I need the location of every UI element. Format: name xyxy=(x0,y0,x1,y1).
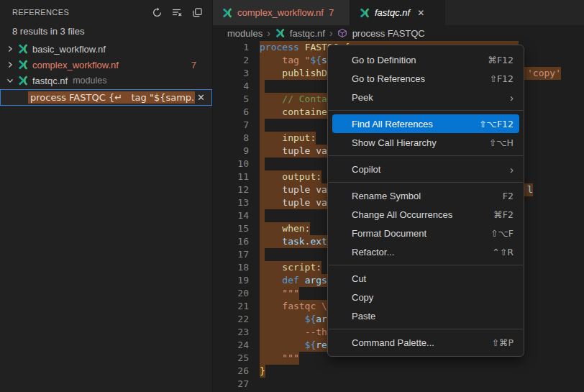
dismiss-reference-icon[interactable]: ✕ xyxy=(197,92,205,103)
vscode-window: REFERENCES 8 results in 3 files basic_wo… xyxy=(0,0,584,392)
menu-item-label: Command Palette... xyxy=(352,337,434,348)
line-text: script: xyxy=(260,261,321,274)
line-number: 20 xyxy=(213,287,260,300)
file-row-basic-workflow-nf[interactable]: basic_workflow.nf xyxy=(0,41,212,57)
line-number: 1 xyxy=(213,41,260,54)
chevron-down-icon[interactable] xyxy=(4,75,16,86)
nextflow-file-icon xyxy=(222,7,233,19)
line-number: 11 xyxy=(213,170,260,183)
close-tab-icon[interactable]: ✕ xyxy=(417,8,424,18)
menu-item-command-palette[interactable]: Command Palette...⇧⌘P xyxy=(332,333,519,352)
line-number: 2 xyxy=(213,54,260,67)
clear-all-icon[interactable] xyxy=(169,4,185,20)
line-number: 15 xyxy=(213,222,260,235)
menu-item-shortcut: ⌃⇧R xyxy=(492,247,514,257)
editor-group: complex_workflow.nf 7 fastqc.nf ✕ module… xyxy=(213,0,584,392)
menu-item-label: Peek xyxy=(352,92,373,103)
references-panel-header: REFERENCES xyxy=(0,0,212,24)
menu-item-label: Cut xyxy=(352,273,366,284)
submenu-chevron-icon: › xyxy=(510,164,514,175)
line-text: input: xyxy=(260,132,316,145)
menu-item-go-to-definition[interactable]: Go to Definition⌘F12 xyxy=(332,50,519,69)
breadcrumb-item-file[interactable]: fastqc.nf xyxy=(290,28,325,39)
line-number: 19 xyxy=(213,274,260,287)
nextflow-file-icon xyxy=(17,75,29,86)
line-number: 7 xyxy=(213,119,260,132)
chevron-right-icon[interactable] xyxy=(4,59,16,70)
menu-item-format-document[interactable]: Format Document⇧⌥F xyxy=(332,224,519,242)
menu-item-shortcut: ⇧⌥F xyxy=(491,228,514,239)
tab-complex-workflow[interactable]: complex_workflow.nf 7 xyxy=(213,0,350,25)
menu-item-change-all-occurrences[interactable]: Change All Occurrences⌘F2 xyxy=(332,205,519,224)
tab-bar: complex_workflow.nf 7 fastqc.nf ✕ xyxy=(213,0,584,25)
menu-item-cut[interactable]: Cut xyxy=(332,269,519,288)
results-summary: 8 results in 3 files xyxy=(0,24,212,41)
line-text: """ xyxy=(260,352,299,365)
menu-item-paste[interactable]: Paste xyxy=(332,306,519,325)
file-row-complex-workflow-nf[interactable]: complex_workflow.nf7 xyxy=(0,57,212,73)
line-text: """ xyxy=(260,287,299,300)
code-line-26[interactable]: 26} xyxy=(213,365,584,378)
tab-fastqc[interactable]: fastqc.nf ✕ xyxy=(350,0,445,25)
menu-item-label: Copilot xyxy=(352,164,380,175)
menu-separator xyxy=(329,155,523,156)
breadcrumb-separator: › xyxy=(329,27,333,39)
file-name-label: fastqc.nf xyxy=(32,76,68,86)
line-number: 8 xyxy=(213,132,260,145)
line-number: 6 xyxy=(213,106,260,119)
menu-item-rename-symbol[interactable]: Rename SymbolF2 xyxy=(332,186,519,205)
menu-item-show-call-hierarchy[interactable]: Show Call Hierarchy⇧⌥H xyxy=(332,133,519,152)
line-number: 27 xyxy=(213,378,260,391)
menu-item-find-all-references[interactable]: Find All References⇧⌥F12 xyxy=(332,114,519,133)
menu-item-label: Show Call Hierarchy xyxy=(352,137,437,148)
line-text: fastqc \ xyxy=(260,300,327,313)
menu-item-peek[interactable]: Peek› xyxy=(332,88,519,106)
menu-item-label: Rename Symbol xyxy=(352,191,421,201)
breadcrumb-item-symbol[interactable]: process FASTQC xyxy=(352,28,425,39)
line-number: 13 xyxy=(213,196,260,209)
menu-item-refactor[interactable]: Refactor...⌃⇧R xyxy=(332,242,519,261)
reference-result-row[interactable]: process FASTQC {↵ tag "${samp... ✕ xyxy=(0,89,212,106)
menu-item-label: Copy xyxy=(352,292,373,303)
line-text: when: xyxy=(260,222,310,235)
line-number: 10 xyxy=(213,158,260,170)
references-panel-title: REFERENCES xyxy=(12,8,69,17)
menu-item-shortcut: ⇧⌥F12 xyxy=(479,119,514,129)
copy-all-icon[interactable] xyxy=(189,4,205,20)
menu-item-shortcut: ⌘F2 xyxy=(493,209,514,220)
references-sidebar: REFERENCES 8 results in 3 files basic_wo… xyxy=(0,0,213,392)
menu-item-label: Paste xyxy=(352,311,375,322)
line-number: 21 xyxy=(213,300,260,313)
menu-item-shortcut: ⇧⌥H xyxy=(489,137,514,148)
code-line-27[interactable]: 27 xyxy=(213,378,584,391)
file-row-fastqc-nf[interactable]: fastqc.nfmodules xyxy=(0,73,212,88)
menu-item-copy[interactable]: Copy xyxy=(332,288,519,306)
line-content: } xyxy=(260,365,584,378)
menu-item-copilot[interactable]: Copilot› xyxy=(332,160,519,178)
breadcrumb-item-modules[interactable]: modules xyxy=(227,28,263,39)
tab-label: complex_workflow.nf xyxy=(237,7,324,18)
chevron-right-icon[interactable] xyxy=(4,43,16,55)
tab-reference-count-badge: 7 xyxy=(329,7,334,18)
tab-label: fastqc.nf xyxy=(375,7,410,18)
line-number: 4 xyxy=(213,80,260,93)
menu-item-shortcut: ⇧⌘P xyxy=(491,337,514,348)
menu-item-go-to-references[interactable]: Go to References⇧F12 xyxy=(332,69,519,88)
line-number: 25 xyxy=(213,352,260,365)
line-number: 9 xyxy=(213,145,260,158)
menu-item-shortcut: ⇧F12 xyxy=(489,73,514,84)
reference-preview-text: process FASTQC {↵ tag "${samp... xyxy=(28,91,195,104)
menu-separator xyxy=(329,329,523,329)
file-path-description: modules xyxy=(73,76,106,86)
menu-separator xyxy=(329,110,523,111)
range-highlight xyxy=(260,80,265,93)
range-highlight xyxy=(260,119,265,132)
breadcrumb: modules › fastqc.nf › process FASTQC xyxy=(213,25,584,41)
menu-item-label: Change All Occurrences xyxy=(352,209,452,220)
file-name-label: basic_workflow.nf xyxy=(32,44,106,55)
refresh-icon[interactable] xyxy=(149,4,165,20)
line-number: 24 xyxy=(213,339,260,352)
line-text-tail: l xyxy=(524,183,533,196)
line-number: 12 xyxy=(213,183,260,196)
nextflow-file-icon xyxy=(275,28,286,39)
